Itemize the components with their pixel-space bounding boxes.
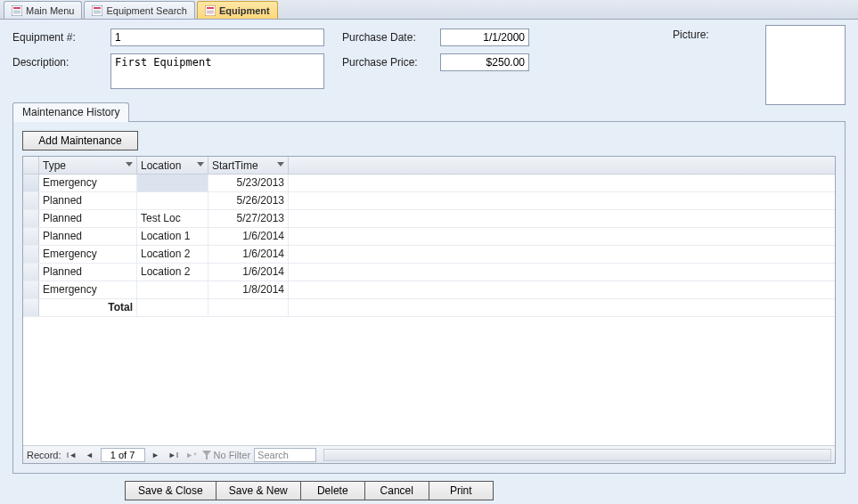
filter-icon [202,451,211,459]
row-selector[interactable] [23,246,39,263]
form-icon [92,5,102,16]
row-selector[interactable] [23,192,39,209]
col-label: Location [141,159,181,172]
cell-starttime[interactable]: 5/27/2013 [208,210,289,227]
cell-location[interactable]: Test Loc [137,210,208,227]
cell-location[interactable] [137,192,208,209]
tab-main-menu[interactable]: Main Menu [4,1,82,19]
select-all-corner[interactable] [23,157,39,174]
nav-prev-button[interactable]: ◄ [83,448,97,462]
svg-rect-3 [13,12,20,13]
document-tabstrip: Main Menu Equipment Search Equipment [0,0,858,20]
save-close-button[interactable]: Save & Close [125,481,217,500]
svg-rect-11 [207,12,214,13]
equipment-num-field[interactable] [110,28,324,46]
picture-label: Picture: [673,28,709,41]
cell-location[interactable]: Location 2 [137,246,208,263]
purchase-date-label: Purchase Date: [342,28,440,44]
cell-starttime[interactable]: 1/6/2014 [208,246,289,263]
cell-type[interactable]: Planned [39,192,137,209]
col-label: StartTime [212,159,258,172]
description-label: Description: [12,53,110,69]
tab-label: Equipment Search [106,5,187,16]
form-icon [12,5,22,16]
cell-starttime[interactable]: 1/8/2014 [208,281,289,298]
tab-label: Main Menu [26,5,74,16]
col-header-location[interactable]: Location [137,157,208,174]
total-label: Total [39,299,137,316]
col-label: Type [43,159,66,172]
purchase-price-field[interactable] [440,53,529,71]
chevron-down-icon [126,162,133,169]
cell-type[interactable]: Planned [39,264,137,280]
svg-rect-10 [207,11,214,12]
row-selector[interactable] [23,228,39,245]
table-row[interactable]: PlannedTest Loc5/27/2013 [23,210,835,228]
horizontal-scrollbar[interactable] [323,449,831,461]
form-icon [205,5,216,16]
tab-maintenance-history[interactable]: Maintenance History [12,102,129,122]
grid-header: Type Location StartTime [23,157,835,175]
table-row[interactable]: EmergencyLocation 21/6/2014 [23,246,835,264]
purchase-price-label: Purchase Price: [342,53,440,69]
cell-type[interactable]: Emergency [39,246,137,263]
search-input[interactable] [254,448,316,462]
tab-label: Equipment [219,5,270,16]
row-selector[interactable] [23,210,39,227]
nav-first-button[interactable]: I◄ [65,448,79,462]
cell-type[interactable]: Planned [39,210,137,227]
equipment-num-label: Equipment #: [12,28,110,44]
nav-position-field[interactable] [101,448,145,462]
maintenance-subform: Maintenance History Add Maintenance Type… [12,102,846,474]
save-new-button[interactable]: Save & New [217,481,301,500]
cancel-button[interactable]: Cancel [365,481,429,500]
equipment-form: Equipment #: Purchase Date: Description:… [0,20,858,504]
col-header-type[interactable]: Type [39,157,137,174]
print-button[interactable]: Print [429,481,494,500]
delete-button[interactable]: Delete [301,481,365,500]
cell-starttime[interactable]: 5/26/2013 [208,192,289,209]
nav-new-button[interactable]: ►* [184,448,199,462]
record-label: Record: [27,450,61,460]
cell-starttime[interactable]: 5/23/2013 [208,175,289,191]
cell-location[interactable] [137,281,208,298]
table-row[interactable]: Planned5/26/2013 [23,192,835,210]
table-row[interactable]: PlannedLocation 21/6/2014 [23,264,835,281]
totals-row: Total [23,299,835,317]
tab-equipment[interactable]: Equipment [197,1,278,19]
table-row[interactable]: Emergency5/23/2013 [23,175,835,192]
chevron-down-icon [197,162,204,169]
row-selector [23,299,39,316]
cell-type[interactable]: Emergency [39,281,137,298]
no-filter-indicator[interactable]: No Filter [202,450,251,460]
picture-box[interactable] [765,25,846,105]
cell-location[interactable]: Location 1 [137,228,208,245]
svg-rect-6 [94,11,101,12]
svg-marker-12 [202,451,211,459]
row-selector[interactable] [23,264,39,280]
row-selector[interactable] [23,281,39,298]
cell-starttime[interactable]: 1/6/2014 [208,228,289,245]
cell-location[interactable]: Location 2 [137,264,208,280]
svg-rect-2 [13,11,20,12]
cell-starttime[interactable]: 1/6/2014 [208,264,289,280]
cell-type[interactable]: Emergency [39,175,137,191]
nav-next-button[interactable]: ► [149,448,163,462]
cell-type[interactable]: Planned [39,228,137,245]
col-header-starttime[interactable]: StartTime [208,157,289,174]
add-maintenance-button[interactable]: Add Maintenance [22,131,138,150]
tab-equipment-search[interactable]: Equipment Search [84,1,195,19]
chevron-down-icon [277,162,284,169]
purchase-date-field[interactable] [440,28,529,46]
table-row[interactable]: Emergency1/8/2014 [23,281,835,299]
row-selector[interactable] [23,175,39,191]
svg-rect-1 [13,7,20,9]
description-field[interactable] [110,53,324,89]
svg-rect-7 [94,12,101,13]
action-bar: Save & Close Save & New Delete Cancel Pr… [125,481,494,500]
cell-location[interactable] [137,175,208,191]
table-row[interactable]: PlannedLocation 11/6/2014 [23,228,835,246]
svg-rect-5 [94,7,101,9]
maintenance-grid: Type Location StartTime Emergency5/23/20… [22,156,836,464]
nav-last-button[interactable]: ►I [167,448,181,462]
